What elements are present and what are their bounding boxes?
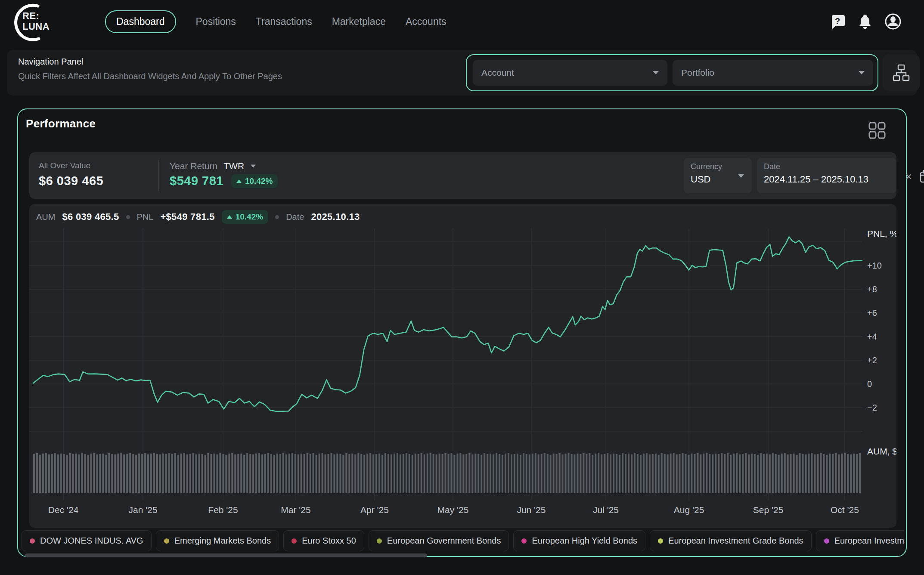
- legend-color-dot: [658, 538, 663, 544]
- legend-chip[interactable]: European High Yield Bonds: [513, 530, 645, 551]
- brand-logo[interactable]: RE: LUNA: [7, 3, 59, 41]
- aum-bar: [835, 453, 837, 493]
- aum-bar: [523, 453, 524, 493]
- nav-item-positions[interactable]: Positions: [196, 16, 236, 28]
- chevron-down-icon[interactable]: [251, 165, 256, 168]
- aum-bar: [214, 454, 215, 493]
- y-axis-tick: +10: [867, 261, 882, 270]
- aum-bar: [646, 453, 648, 493]
- aum-bar: [126, 454, 128, 493]
- aum-bar: [189, 454, 191, 493]
- aum-bar: [802, 454, 804, 493]
- aum-bar: [721, 453, 722, 493]
- aum-bar: [742, 454, 744, 493]
- logo-line2: LUNA: [22, 21, 50, 32]
- profile-avatar-icon[interactable]: [884, 13, 902, 32]
- aum-bar: [673, 453, 675, 493]
- aum-bar: [322, 453, 323, 493]
- all-over-value: $6 039 465: [39, 174, 103, 188]
- aum-bar: [105, 455, 107, 493]
- quick-filters-panel: Navigation Panel Quick Filters Affect Al…: [7, 50, 917, 96]
- aum-bar: [162, 454, 164, 493]
- aum-bar: [778, 455, 780, 493]
- legend-chip[interactable]: Euro Stoxx 50: [283, 530, 364, 551]
- legend-chip[interactable]: European Investment: [816, 530, 904, 551]
- aum-bar: [81, 453, 83, 493]
- pnl-aum-chart[interactable]: PNL, %+10+8+6+4+20−2AUM, $Dec '24Jan '25…: [29, 204, 896, 528]
- aum-bar: [571, 454, 573, 493]
- aum-bar: [117, 454, 119, 493]
- chevron-down-icon: [859, 71, 865, 74]
- pnl-change-badge: 10.42%: [222, 210, 268, 224]
- nav-item-transactions[interactable]: Transactions: [256, 16, 312, 28]
- horizontal-scrollbar[interactable]: [25, 553, 427, 557]
- aum-bar: [700, 454, 701, 493]
- legend-chip-label: Euro Stoxx 50: [302, 536, 356, 546]
- aum-bar: [595, 454, 596, 493]
- legend-chip[interactable]: European Government Bonds: [369, 530, 509, 551]
- aum-bar: [766, 454, 768, 493]
- aum-bar: [430, 453, 431, 493]
- aum-bar: [165, 454, 167, 493]
- aum-bar: [769, 454, 771, 493]
- aum-bar: [307, 453, 308, 493]
- date-range-picker[interactable]: Date 2024.11.25 – 2025.10.13 ×: [757, 158, 896, 193]
- chevron-down-icon: [653, 71, 659, 74]
- aum-bar: [459, 453, 461, 493]
- aum-bar: [565, 454, 567, 493]
- aum-bar: [553, 454, 555, 493]
- nav-item-dashboard[interactable]: Dashboard: [105, 10, 176, 33]
- portfolio-dropdown[interactable]: Portfolio: [673, 60, 873, 86]
- aum-bar: [285, 454, 287, 493]
- legend-chip[interactable]: European Investment Grade Bonds: [650, 530, 812, 551]
- aum-bar: [490, 454, 491, 493]
- account-dropdown[interactable]: Account: [473, 60, 667, 86]
- aum-bar: [496, 453, 497, 493]
- aum-bar: [108, 453, 110, 493]
- aum-bar: [84, 454, 86, 493]
- aum-bar: [592, 455, 593, 493]
- nav-item-accounts[interactable]: Accounts: [406, 16, 446, 28]
- aum-bar: [781, 454, 783, 493]
- aum-bar: [493, 454, 494, 493]
- aum-bar: [276, 454, 278, 493]
- aum-bar: [559, 453, 561, 493]
- aum-bar: [258, 453, 260, 493]
- aum-label: AUM: [36, 212, 55, 222]
- aum-bar: [192, 453, 194, 493]
- arrow-up-icon: [227, 215, 232, 219]
- filter-panel-subtitle: Quick Filters Affect All Dashboard Widge…: [18, 71, 282, 81]
- aum-bar: [282, 453, 284, 493]
- aum-bar: [474, 454, 476, 493]
- aum-bar: [72, 454, 74, 493]
- clear-date-icon[interactable]: ×: [905, 171, 912, 182]
- aum-bar: [655, 454, 657, 493]
- legend-chip[interactable]: DOW JONES INDUS. AVG: [22, 530, 152, 551]
- aum-bar: [556, 454, 558, 493]
- legend-chip[interactable]: Emerging Markets Bonds: [156, 530, 279, 551]
- legend-color-dot: [291, 538, 297, 544]
- divider: [158, 160, 159, 191]
- aum-bar: [811, 453, 812, 493]
- aum-bar: [547, 454, 549, 493]
- aum-bar: [93, 453, 95, 493]
- currency-selector[interactable]: Currency USD: [684, 158, 752, 193]
- aum-bar: [709, 454, 710, 493]
- aum-bar: [853, 454, 855, 493]
- help-icon[interactable]: ?: [829, 13, 846, 31]
- top-navigation: RE: LUNA Dashboard Positions Transaction…: [0, 0, 924, 43]
- nav-item-marketplace[interactable]: Marketplace: [332, 16, 386, 28]
- twr-method-selector[interactable]: TWR: [223, 161, 244, 171]
- legend-color-dot: [30, 538, 35, 544]
- calendar-icon[interactable]: [919, 169, 924, 184]
- aum-bar: [48, 454, 50, 493]
- aum-bar: [844, 453, 846, 493]
- hierarchy-view-button[interactable]: [883, 54, 920, 91]
- aum-bar: [694, 454, 695, 493]
- aum-bar: [499, 454, 500, 493]
- aum-bar: [748, 454, 750, 493]
- notifications-bell-icon[interactable]: [857, 13, 873, 31]
- aum-bar: [580, 454, 581, 493]
- aum-bar: [697, 453, 698, 493]
- widget-layout-grid-icon[interactable]: [868, 121, 886, 141]
